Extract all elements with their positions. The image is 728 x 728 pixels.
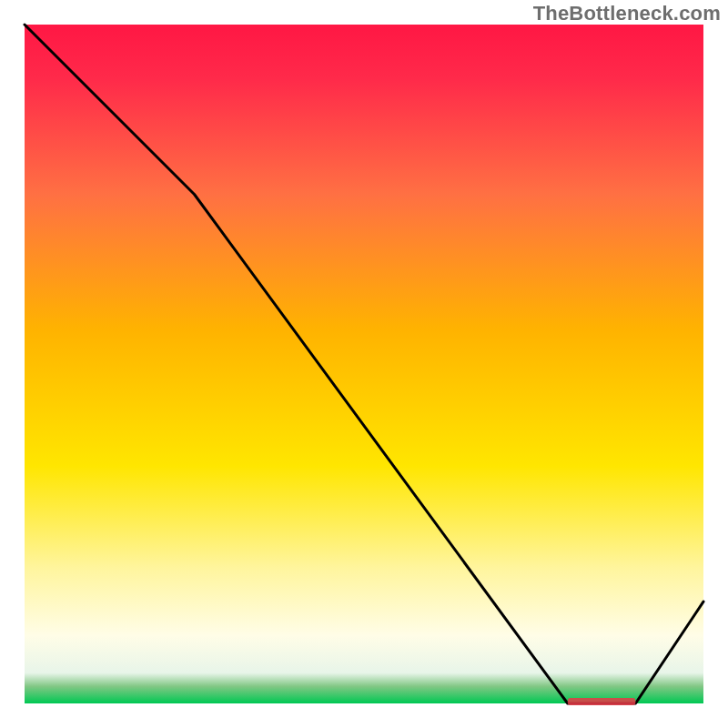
bottleneck-chart xyxy=(0,0,728,728)
watermark-label: TheBottleneck.com xyxy=(533,2,721,25)
chart-canvas: TheBottleneck.com xyxy=(0,0,728,728)
optimal-range-marker xyxy=(568,698,636,705)
